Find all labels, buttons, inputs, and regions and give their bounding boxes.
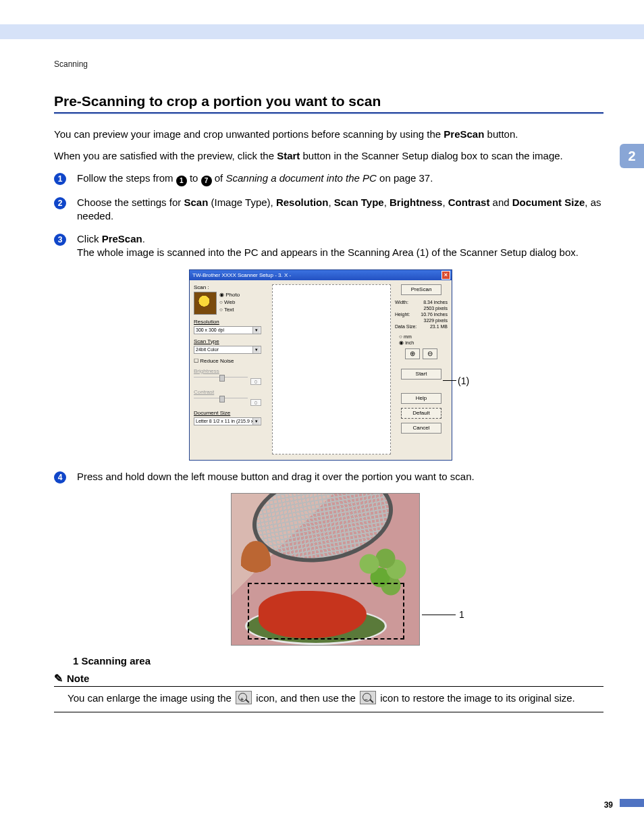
intro-p1: You can preview your image and crop unwa… [54,128,603,141]
radio-label: Web [224,299,235,305]
photo-wineglass [241,541,271,581]
text-bold: PreScan [102,233,142,244]
example-photo-figure: 1 [231,493,427,646]
height-label: Height: [395,311,410,317]
callout-label: 1 [459,609,464,620]
header-blue-band [0,24,644,39]
text: to [187,172,201,184]
zoom-out-icon[interactable]: ⊖ [423,348,437,359]
example-photo [231,493,420,646]
text: button in the Scanner Setup dialog box t… [300,150,562,161]
text-bold: Contrast [448,197,490,208]
inline-step-ref-icon: 1 [176,176,187,186]
zoom-in-icon: + [236,691,252,704]
radio-text[interactable]: Text [219,307,240,313]
dialog-titlebar: TW-Brother XXXX Scanner Setup - 3. X - × [190,270,452,280]
chapter-tab: 2 [620,144,644,168]
page-content: Scanning Pre-Scanning to crop a portion … [0,39,644,712]
note-icon: ✎ [54,672,63,685]
step-body: Choose the settings for Scan (Image Type… [77,196,603,224]
text: , [442,197,448,208]
unit-mm-radio[interactable]: mm [399,334,448,340]
width-value: 8.34 inches [423,299,448,305]
text-bold: Scan Type [334,197,384,208]
radio-label: mm [404,334,412,339]
text: icon to restore the image to its origina… [380,692,574,704]
text: , [328,197,333,208]
prescan-button[interactable]: PreScan [401,284,441,295]
brightness-label: Brightness [194,368,268,374]
brightness-slider[interactable] [194,377,248,377]
scantype-select[interactable]: 24bit Color [194,346,261,354]
unit-inch-radio[interactable]: inch [399,340,448,346]
step-number-icon: 1 [54,172,72,186]
text-bold: PreScan [444,128,484,140]
height-value: 10.76 inches [421,311,448,317]
dialog-title: TW-Brother XXXX Scanner Setup - 3. X - [192,272,291,278]
text-bold: Scan [184,197,208,208]
scanner-setup-dialog-figure: TW-Brother XXXX Scanner Setup - 3. X - ×… [189,269,452,461]
heading-rule-light [54,113,603,114]
default-button[interactable]: Default [401,408,441,419]
step-list-continued: 4 Press and hold down the left mouse but… [54,470,603,484]
dialog-body: Scan : Photo Web Text Resolution 300 x 3… [190,280,452,460]
text: The whole image is scanned into the PC a… [77,246,579,258]
dialog-left-panel: Scan : Photo Web Text Resolution 300 x 3… [194,284,268,454]
radio-label: Photo [225,292,240,298]
text: , [384,197,390,208]
zoom-in-icon[interactable]: ⊕ [405,348,420,359]
callout-line [443,380,456,381]
step-1: 1 Follow the steps from 1 to 7 of Scanni… [54,172,603,186]
step-3: 3 Click PreScan. The whole image is scan… [54,232,603,260]
page-number: 39 [604,800,613,810]
text: of [212,172,226,184]
step-2: 2 Choose the settings for Scan (Image Ty… [54,196,603,224]
text: icon, and then use the [256,692,358,704]
zoom-out-icon: − [360,691,376,704]
crop-selection-box[interactable] [248,583,404,640]
note-heading: ✎ Note [54,672,603,687]
step-4: 4 Press and hold down the left mouse but… [54,470,603,484]
callout-label: (1) [458,375,469,386]
radio-web[interactable]: Web [219,299,240,305]
scan-thumbnail [194,292,217,315]
text: You can enlarge the image using the [68,692,234,704]
text: Choose the settings for [77,197,184,208]
preview-area[interactable] [272,284,391,454]
contrast-value: 0 [250,399,261,406]
text-bold: Resolution [276,197,329,208]
text-bold: Start [277,150,300,161]
scan-label: Scan : [194,284,268,290]
text: You can preview your image and crop unwa… [54,128,444,140]
scan-type-radios: Photo Web Text [219,292,240,315]
close-icon[interactable]: × [441,271,450,280]
inline-step-ref-icon: 7 [201,176,212,186]
text-bold: Document Size [512,197,585,208]
datasize-value: 23.1 MB [430,323,448,330]
intro-p2: When you are satisfied with the preview,… [54,149,603,163]
docsize-select[interactable]: Letter 8 1/2 x 11 in (215.9 x [194,417,261,425]
resolution-label: Resolution [194,319,268,325]
reduce-noise-checkbox[interactable]: Reduce Noise [194,358,268,364]
step-body: Press and hold down the left mouse butto… [77,470,603,484]
scanner-setup-dialog: TW-Brother XXXX Scanner Setup - 3. X - ×… [189,269,452,461]
help-button[interactable]: Help [401,393,441,404]
contrast-slider[interactable] [194,398,248,398]
cancel-button[interactable]: Cancel [401,423,441,434]
step-number-icon: 2 [54,196,72,224]
radio-photo[interactable]: Photo [219,292,240,298]
resolution-select[interactable]: 300 x 300 dpi [194,326,261,334]
contrast-group: Contrast 0 [194,389,268,406]
text: . [142,233,145,244]
brightness-value: 0 [250,378,261,385]
text: button. [484,128,518,140]
radio-label: Text [224,307,234,313]
radio-label: inch [405,340,414,345]
section-heading: Pre-Scanning to crop a portion you want … [54,93,603,111]
text-bold: Brightness [390,197,442,208]
brightness-group: Brightness 0 [194,368,268,385]
start-button[interactable]: Start [401,369,441,380]
scan-info: Width:8.34 inches 2503 pixels Height:10.… [395,299,448,330]
note-label: Note [67,673,89,684]
text: Follow the steps from [77,172,176,184]
